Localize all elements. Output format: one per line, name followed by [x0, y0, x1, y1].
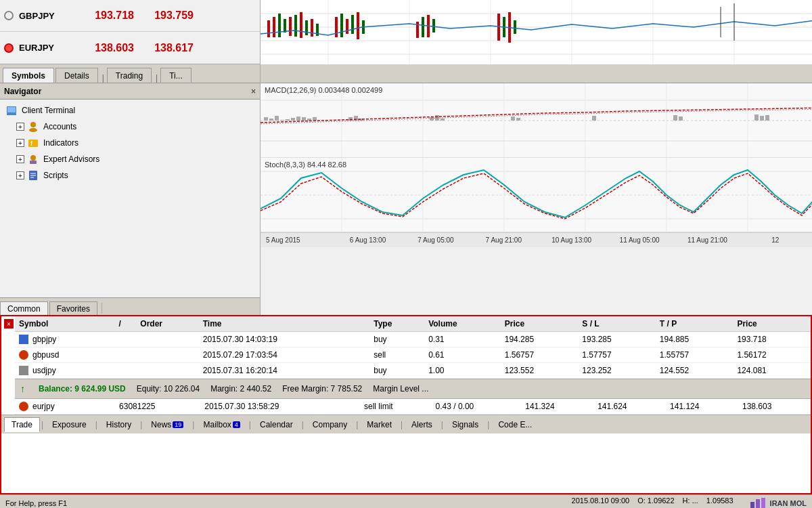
tab-alerts[interactable]: Alerts — [404, 417, 440, 432]
table-row[interactable]: gbpjpy 2015.07.30 14:03:19 buy 0.31 194.… — [15, 332, 811, 347]
svg-rect-77 — [516, 118, 520, 121]
indicators-expand[interactable]: + — [16, 139, 24, 147]
tab-mailbox[interactable]: Mailbox 4 — [196, 417, 247, 432]
row-icon-eurjpy — [19, 402, 28, 411]
table-row[interactable]: usdjpy 2015.07.31 16:20:14 buy 1.00 123.… — [15, 363, 811, 379]
td-volume: 0.31 — [424, 332, 501, 347]
gbpjpy-symbol: GBPJPY — [19, 11, 80, 21]
pending-table: eurjpy 63081225 2015.07.30 13:58:29 sell… — [15, 399, 811, 415]
tab-exposure[interactable]: Exposure — [45, 417, 94, 432]
tab-sep2: | — [153, 73, 160, 83]
td-volume: 0.43 / 0.00 — [432, 399, 522, 415]
svg-rect-69 — [313, 117, 317, 121]
mailbox-badge: 4 — [233, 421, 240, 428]
nav-item-experts[interactable]: + Expert Advisors — [0, 151, 260, 167]
margin-level-value: Margin Level ... — [373, 384, 428, 394]
svg-rect-61 — [269, 119, 273, 121]
trading-panel: × Symbol / Order Time Type Volume Price … — [0, 315, 812, 494]
stoch-chart: Stoch(8,3,3) 84.44 82.68 — [261, 158, 812, 232]
td-time: 2015.07.29 17:03:54 — [199, 347, 370, 363]
time-label-1: 6 Aug 13:00 — [334, 236, 401, 244]
tab-market[interactable]: Market — [359, 417, 399, 432]
panel-close-btn[interactable]: × — [4, 319, 14, 329]
status-right: 2015.08.10 09:00 O: 1.09622 H: ... 1.095… — [572, 496, 807, 509]
td-time: 2015.07.31 16:20:14 — [199, 363, 370, 379]
pending-row[interactable]: eurjpy 63081225 2015.07.30 13:58:29 sell… — [15, 399, 811, 415]
svg-rect-78 — [592, 116, 596, 121]
time-label-3: 7 Aug 21:00 — [470, 236, 537, 244]
tab-trading[interactable]: Trading — [107, 68, 152, 83]
scripts-expand[interactable]: + — [16, 171, 24, 179]
gbpjpy-bid: 193.718 — [80, 9, 134, 22]
navigator-panel: Navigator × Client Terminal + — [0, 83, 261, 315]
td-tp: 1.55757 — [656, 347, 734, 363]
chart-time-axis: 5 Aug 2015 6 Aug 13:00 7 Aug 05:00 7 Aug… — [261, 232, 812, 247]
equity-value: Equity: 10 226.04 — [137, 384, 200, 394]
td-tp: 141.124 — [666, 399, 738, 415]
tab-code[interactable]: Code E... — [491, 417, 539, 432]
td-order — [136, 363, 198, 379]
table-row[interactable]: gbpusd 2015.07.29 17:03:54 sell 0.61 1.5… — [15, 347, 811, 363]
td-sl: 1.57757 — [578, 347, 656, 363]
nav-item-indicators[interactable]: + f Indicators — [0, 135, 260, 151]
td-type: buy — [369, 363, 424, 379]
tab-signals[interactable]: Signals — [445, 417, 486, 432]
nav-item-accounts[interactable]: + Accounts — [0, 119, 260, 135]
svg-rect-67 — [302, 117, 306, 121]
eurjpy-row[interactable]: EURJPY 138.603 138.617 — [0, 32, 260, 64]
tab-company[interactable]: Company — [305, 417, 355, 432]
svg-rect-13 — [278, 14, 281, 37]
th-time: Time — [199, 316, 370, 332]
gbpjpy-ask: 193.759 — [139, 9, 194, 22]
td-tp: 124.552 — [656, 363, 734, 379]
td-tp: 194.885 — [656, 332, 734, 347]
tab-details[interactable]: Details — [55, 68, 98, 83]
tab-history[interactable]: History — [99, 417, 139, 432]
th-curprice: Price — [733, 316, 811, 332]
tab-trade[interactable]: Trade — [4, 417, 40, 432]
nav-item-terminal[interactable]: Client Terminal — [0, 102, 260, 119]
accounts-expand[interactable]: + — [16, 123, 24, 131]
svg-rect-21 — [335, 17, 338, 37]
svg-rect-18 — [305, 20, 308, 35]
free-margin-value: Free Margin: 7 785.52 — [282, 384, 362, 394]
tab-favorites[interactable]: Favorites — [49, 301, 97, 315]
td-symbol: gbpusd — [15, 347, 115, 363]
svg-rect-16 — [294, 15, 297, 37]
td-volume: 0.61 — [424, 347, 501, 363]
navigator-close[interactable]: × — [251, 87, 256, 96]
nav-item-scripts[interactable]: + Scripts — [0, 167, 260, 184]
th-volume: Volume — [424, 316, 501, 332]
indicators-label: Indicators — [43, 138, 78, 148]
gbpjpy-row[interactable]: GBPJPY 193.718 193.759 — [0, 0, 260, 32]
td-slash — [115, 332, 137, 347]
svg-rect-45 — [30, 161, 37, 164]
eurjpy-dot — [4, 43, 14, 53]
time-label-6: 11 Aug 21:00 — [673, 236, 741, 244]
svg-rect-22 — [340, 14, 343, 37]
tab-ti[interactable]: Ti... — [160, 68, 191, 83]
chart-panel: MACD(12,26,9) 0.003448 0.002499 — [261, 83, 812, 315]
experts-expand[interactable]: + — [16, 155, 24, 163]
tab-news[interactable]: News 19 — [143, 417, 191, 432]
status-open: O: 1.09622 — [637, 496, 674, 509]
td-slash — [115, 363, 137, 379]
svg-rect-65 — [291, 118, 295, 121]
trade-table-container[interactable]: Symbol / Order Time Type Volume Price S … — [1, 316, 811, 415]
logo-text: IRAN MOL — [770, 499, 807, 507]
balance-bar: ↑ Balance: 9 624.99 USD Equity: 10 226.0… — [15, 379, 811, 399]
bottom-tabs: Trade | Exposure | History | News 19 | M… — [1, 415, 811, 433]
chart-filler — [261, 247, 812, 315]
price-panel: GBPJPY 193.718 193.759 EURJPY 138.603 13… — [0, 0, 261, 64]
svg-rect-23 — [346, 19, 348, 34]
experts-label: Expert Advisors — [43, 154, 99, 164]
tab-common[interactable]: Common — [0, 301, 48, 315]
svg-rect-28 — [422, 17, 424, 37]
td-price: 1.56757 — [501, 347, 579, 363]
svg-rect-60 — [264, 117, 268, 121]
navigator-header: Navigator × — [0, 83, 260, 100]
common-tab-bar: Common Favorites — [0, 297, 260, 315]
tab-calendar[interactable]: Calendar — [252, 417, 300, 432]
tab-symbols[interactable]: Symbols — [3, 68, 54, 83]
balance-value: Balance: 9 624.99 USD — [39, 384, 126, 394]
